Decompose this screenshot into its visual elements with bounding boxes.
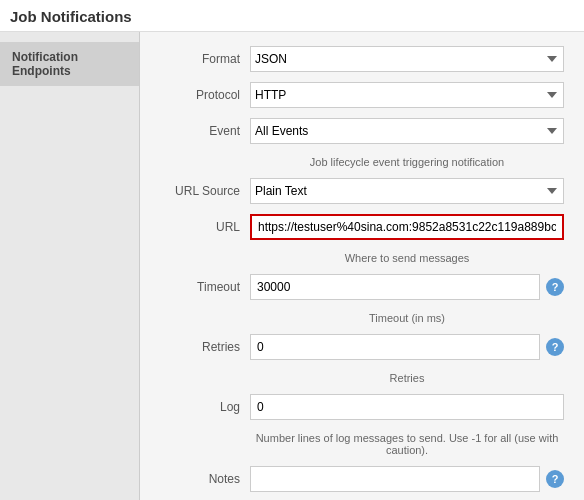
- event-control-wrap: All EventsJob StartJob EndJob Failed: [250, 118, 564, 144]
- log-hint: Number lines of log messages to send. Us…: [250, 430, 564, 458]
- url-label: URL: [160, 220, 250, 234]
- sidebar: Notification Endpoints: [0, 32, 140, 500]
- url-input[interactable]: [250, 214, 564, 240]
- event-hint-row: Job lifecycle event triggering notificat…: [160, 154, 564, 170]
- protocol-label: Protocol: [160, 88, 250, 102]
- timeout-control-wrap: ?: [250, 274, 564, 300]
- notes-help-icon[interactable]: ?: [546, 470, 564, 488]
- log-row: Log: [160, 394, 564, 420]
- retries-label: Retries: [160, 340, 250, 354]
- event-hint: Job lifecycle event triggering notificat…: [250, 154, 564, 170]
- log-label: Log: [160, 400, 250, 414]
- timeout-label: Timeout: [160, 280, 250, 294]
- event-select[interactable]: All EventsJob StartJob EndJob Failed: [250, 118, 564, 144]
- notes-label: Notes: [160, 472, 250, 486]
- url-hint-row: Where to send messages: [160, 250, 564, 266]
- format-row: Format JSONXMLText: [160, 46, 564, 72]
- notes-input[interactable]: [250, 466, 540, 492]
- timeout-row: Timeout ?: [160, 274, 564, 300]
- notes-row: Notes ?: [160, 466, 564, 492]
- retries-help-icon[interactable]: ?: [546, 338, 564, 356]
- url-source-select[interactable]: Plain TextBuild Parameter: [250, 178, 564, 204]
- protocol-row: Protocol HTTPHTTPSAMQP: [160, 82, 564, 108]
- format-select[interactable]: JSONXMLText: [250, 46, 564, 72]
- log-input[interactable]: [250, 394, 564, 420]
- notes-control-wrap: ?: [250, 466, 564, 492]
- timeout-help-icon[interactable]: ?: [546, 278, 564, 296]
- page-header: Job Notifications: [0, 0, 584, 32]
- event-row: Event All EventsJob StartJob EndJob Fail…: [160, 118, 564, 144]
- timeout-input[interactable]: [250, 274, 540, 300]
- retries-input[interactable]: [250, 334, 540, 360]
- url-source-control-wrap: Plain TextBuild Parameter: [250, 178, 564, 204]
- format-control-wrap: JSONXMLText: [250, 46, 564, 72]
- format-label: Format: [160, 52, 250, 66]
- url-control-wrap: [250, 214, 564, 240]
- content-area: Format JSONXMLText Protocol HTTPHTTPSAMQ…: [140, 32, 584, 500]
- protocol-select[interactable]: HTTPHTTPSAMQP: [250, 82, 564, 108]
- log-control-wrap: [250, 394, 564, 420]
- retries-row: Retries ?: [160, 334, 564, 360]
- log-hint-row: Number lines of log messages to send. Us…: [160, 430, 564, 458]
- protocol-control-wrap: HTTPHTTPSAMQP: [250, 82, 564, 108]
- retries-hint-row: Retries: [160, 370, 564, 386]
- url-row: URL: [160, 214, 564, 240]
- url-source-row: URL Source Plain TextBuild Parameter: [160, 178, 564, 204]
- retries-hint: Retries: [250, 370, 564, 386]
- url-source-label: URL Source: [160, 184, 250, 198]
- event-label: Event: [160, 124, 250, 138]
- sidebar-item-notification-endpoints[interactable]: Notification Endpoints: [0, 42, 139, 86]
- page-title: Job Notifications: [10, 8, 574, 25]
- retries-control-wrap: ?: [250, 334, 564, 360]
- url-hint: Where to send messages: [250, 250, 564, 266]
- main-layout: Notification Endpoints Format JSONXMLTex…: [0, 32, 584, 500]
- timeout-hint: Timeout (in ms): [250, 310, 564, 326]
- timeout-hint-row: Timeout (in ms): [160, 310, 564, 326]
